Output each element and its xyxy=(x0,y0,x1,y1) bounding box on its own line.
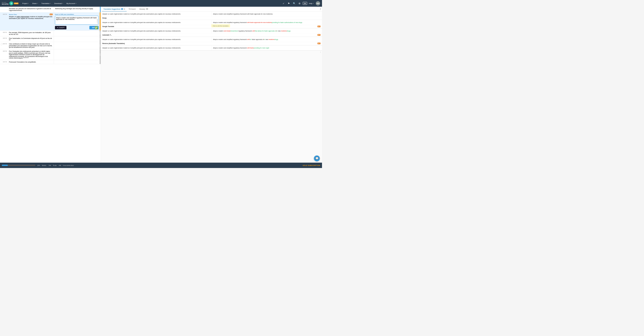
edit-label: Insert or Edit your translation: xyxy=(55,14,74,15)
segment-source: Remédier aux pénuries de médicaments et … xyxy=(8,7,54,12)
mt-badge: MT xyxy=(50,14,52,15)
segment-source: Pour l'évaluation des médicaments présen… xyxy=(8,49,54,60)
suggestion-source: Adopter un cadre réglementaire moderne e… xyxy=(101,20,212,25)
segment-target[interactable] xyxy=(54,36,100,42)
draft-badge: DRAFT xyxy=(97,19,98,24)
share-chevron-icon: ▼ xyxy=(37,3,38,4)
navbar: WORD SCOPE ◎ fr-eu2 Project ▼ Share ▼ Tr… xyxy=(0,0,322,7)
segment-target[interactable] xyxy=(54,31,100,36)
suggestion-source: Adopter un cadre réglementaire moderne e… xyxy=(101,12,212,16)
suggestion-target: Adopt a modern and simplified regulatory… xyxy=(212,20,322,25)
segment-row-825733[interactable]: 825733 Cela contribuera à réduire le tem… xyxy=(0,42,101,49)
locale-badge[interactable]: fr-eu2 xyxy=(14,2,18,4)
new-status-bar: NEW xyxy=(100,49,101,60)
suggestions-panel: Translation Suggestions 5 ⊞ TM Search Gl… xyxy=(101,7,322,163)
help-btn[interactable]: Help ▼ xyxy=(308,2,315,5)
segment-source: Par exemple, l'EMA disposera, pour son é… xyxy=(8,31,54,36)
new-status-bar xyxy=(100,60,101,64)
segment-id: 825734 xyxy=(0,49,8,60)
segment-target[interactable] xyxy=(54,42,100,49)
words-label: Words : xyxy=(42,165,47,166)
suggestion-pair: Adopter un cadre réglementaire moderne e… xyxy=(101,20,322,25)
suggestion-source: Adopter un cadre réglementaire moderne e… xyxy=(101,46,212,50)
words-count: 544 xyxy=(48,165,51,166)
segment-target[interactable] xyxy=(54,60,100,64)
nav-share[interactable]: Share ▼ xyxy=(31,2,40,5)
translation-chevron-icon: ▼ xyxy=(50,3,51,4)
provider-reverso: Reverso (Automatic Translation) MT xyxy=(101,42,322,45)
filename: fr-eu-comm.docx xyxy=(63,165,74,166)
active-source: Source Text: MT Adopter un cadre régleme… xyxy=(8,12,54,31)
provider-automatic: Automatic T... MT xyxy=(101,33,322,37)
suggestion-pair: Adopter un cadre réglementaire moderne e… xyxy=(101,46,322,50)
tab-tm-search[interactable]: TM Search xyxy=(127,7,138,11)
new-status-bar: NEW xyxy=(100,42,101,49)
translation-input[interactable]: Adopt a modern and simplified regulatory… xyxy=(55,16,99,25)
mt-badge: MT xyxy=(318,43,320,44)
suggestion-target: Adopt a modern and simplified regulatory… xyxy=(212,37,322,42)
suggestion-automatic[interactable]: Adopter un cadre réglementaire moderne e… xyxy=(101,29,322,37)
suggestion-google[interactable]: Adopter un cadre réglementaire moderne e… xyxy=(101,20,322,29)
nav-translation[interactable]: Translation ▼ xyxy=(40,2,52,5)
suggestion-reverso[interactable]: Adopter un cadre réglementaire moderne e… xyxy=(101,37,322,46)
language-selector[interactable]: EN xyxy=(303,2,307,5)
nav-myaccount[interactable]: My Account ▼ xyxy=(65,2,78,5)
underlined-term: cadre réglementaire xyxy=(16,16,30,18)
suggestion-last[interactable]: Adopter un cadre réglementaire moderne e… xyxy=(101,46,322,51)
scroll-indicator: ↕ xyxy=(101,51,322,54)
segment-id-825730: 825730 xyxy=(0,12,8,31)
suggestion-target: Click to edit this translation Adopt a m… xyxy=(212,29,322,33)
action-row: ✦ ChatGPT SAVE xyxy=(55,26,99,29)
download-chevron-icon: ▼ xyxy=(62,3,63,4)
segment-source: Pour l'autorisation, la Commission dispo… xyxy=(8,36,54,42)
tab-glossary[interactable]: Glossary 42 xyxy=(138,7,150,11)
tooltip: Click to edit this translation xyxy=(212,25,230,27)
todo-count: 448 xyxy=(59,165,61,166)
segment-target[interactable] xyxy=(54,49,100,60)
logo[interactable]: WORD SCOPE ◎ fr-eu2 xyxy=(2,1,18,5)
tab-suggestions[interactable]: Translation Suggestions 5 ⊞ xyxy=(102,7,127,11)
search-icon-btn[interactable]: 🔍 xyxy=(292,1,296,5)
suggestion-target: Adopt a modern and simplified regulatory… xyxy=(212,46,322,50)
chatgpt-button[interactable]: ✦ ChatGPT xyxy=(55,26,67,29)
export-icon[interactable]: ⤴ xyxy=(320,8,321,10)
progress-bar-fill xyxy=(2,165,8,166)
source-label: Source Text: xyxy=(9,14,17,15)
segment-id: 825732 xyxy=(0,36,8,42)
chat-bubble-btn[interactable]: 💬 xyxy=(314,156,320,161)
source-header: Source Text: MT xyxy=(9,14,52,15)
draft-status-bar xyxy=(100,12,101,31)
segment-row-825734[interactable]: 825734 Pour l'évaluation des médicaments… xyxy=(0,49,101,60)
segment-row-825731[interactable]: 825731 Par exemple, l'EMA disposera, pou… xyxy=(0,31,101,36)
segment-row: Remédier aux pénuries de médicaments et … xyxy=(0,7,101,12)
suggestion-target: Adopt a modern and simplified regulatory… xyxy=(212,12,322,16)
filter-icon-btn[interactable]: ⚑ xyxy=(287,1,291,5)
confirm-icon: ✅ xyxy=(95,26,98,29)
check-icon-btn[interactable]: ✓ xyxy=(281,1,286,5)
segment-row-825732[interactable]: 825732 Pour l'autorisation, la Commissio… xyxy=(0,36,101,42)
segment-checkbox[interactable] xyxy=(1,43,2,45)
new-status-bar: NEW xyxy=(100,36,101,42)
settings-icon-btn[interactable]: ⚙ xyxy=(298,1,302,5)
segment-source: Promouvoir l'innovation et la compétitiv… xyxy=(8,60,54,64)
user-avatar[interactable]: WW xyxy=(316,1,320,5)
main-container: Remédier aux pénuries de médicaments et … xyxy=(0,7,322,163)
nav-download[interactable]: Download ▼ xyxy=(53,2,64,5)
suggestion-deepl[interactable]: Adopter un cadre réglementaire moderne e… xyxy=(101,12,322,20)
segment-row-825735[interactable]: 825735 Promouvoir l'innovation et la com… xyxy=(0,60,101,64)
segment-target[interactable]: Addressing drug shortages and ensuring s… xyxy=(54,7,100,12)
segment-source: Cela contribuera à réduire le temps moye… xyxy=(8,42,54,49)
myaccount-chevron-icon: ▼ xyxy=(76,3,77,4)
suggestion-pair: Adopter un cadre réglementaire moderne e… xyxy=(101,29,322,33)
progress-bar-container xyxy=(2,165,35,166)
nav-project[interactable]: Project ▼ xyxy=(21,2,30,5)
subscription-badge: GOLD SUBSCRIPTION xyxy=(303,165,320,166)
status-indicator xyxy=(100,7,101,12)
chatgpt-icon: ✦ xyxy=(57,27,58,29)
tabs-row: Translation Suggestions 5 ⊞ TM Search Gl… xyxy=(101,7,322,12)
suggestions-count-badge: 5 xyxy=(121,8,123,10)
translation-panel: Remédier aux pénuries de médicaments et … xyxy=(0,7,101,163)
segment-id: 825733 xyxy=(0,42,8,49)
glossary-count-badge: 42 xyxy=(146,8,148,10)
status-bar: 18% Words : 544 To-do: 448 fr-eu-comm.do… xyxy=(0,163,322,168)
